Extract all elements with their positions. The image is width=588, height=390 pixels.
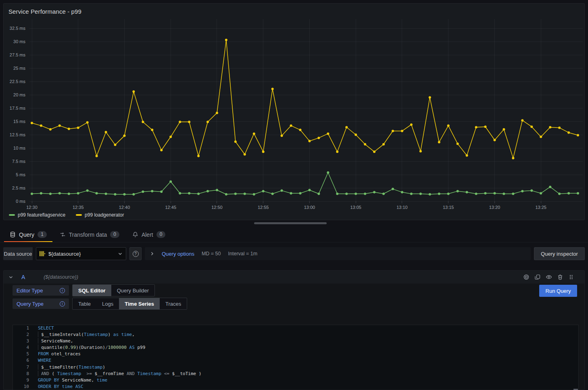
legend-swatch-yellow: [76, 214, 82, 216]
interval-value: Interval = 1m: [228, 251, 258, 257]
x-tick-label: 12:35: [66, 205, 90, 210]
indent-guide: [38, 371, 41, 376]
indent-guide: [38, 332, 41, 337]
x-tick-label: 12:50: [205, 205, 229, 210]
grip-dots-icon: [568, 274, 574, 280]
tab-badge: 0: [156, 231, 166, 238]
delete-query-button[interactable]: [557, 274, 563, 280]
tab-transform-data[interactable]: Transform data 0: [53, 227, 126, 242]
editor-type-query-builder[interactable]: Query Builder: [111, 285, 154, 296]
tab-label: Alert: [142, 231, 153, 238]
sql-line: 1SELECT: [13, 325, 578, 332]
x-tick-label: 12:55: [251, 205, 275, 210]
chart-legend: p99 featureflagservice p99 loadgenerator: [9, 212, 124, 218]
y-tick-label: 0 ms: [4, 199, 25, 204]
tab-badge: 1: [38, 231, 47, 238]
sql-line: 9GROUP BY ServiceName, time: [13, 377, 578, 384]
eye-icon: [546, 274, 552, 280]
drag-handle[interactable]: [568, 274, 574, 280]
datasource-value: ${datasource}: [48, 251, 115, 257]
info-icon[interactable]: i: [60, 301, 65, 307]
tab-query[interactable]: Query 1: [3, 227, 53, 242]
chevron-down-icon: [118, 251, 123, 256]
timeseries-panel: Service Performance - p99 0 ms2.5 ms5 ms…: [3, 3, 585, 220]
query-row-header[interactable]: A (${datasource}): [4, 271, 584, 284]
query-type-traces[interactable]: Traces: [160, 298, 187, 309]
line-number: 2: [13, 332, 29, 338]
query-type-table[interactable]: Table: [73, 298, 96, 309]
datasource-help-button[interactable]: ?: [129, 247, 142, 260]
query-type-label: Query Type: [17, 301, 44, 307]
query-options-bar: Query options MD = 50 Interval = 1m: [145, 247, 531, 260]
y-tick-label: 2.5 ms: [4, 186, 25, 190]
line-number: 7: [13, 364, 29, 371]
help-icon: ?: [133, 251, 139, 257]
y-tick-label: 7.5 ms: [4, 159, 25, 164]
x-tick-label: 12:45: [158, 205, 183, 210]
sql-line: 4quantile(0.99)(Duration)/1000000 AS p99: [13, 344, 578, 351]
query-toolbar: Data source ${datasource} ? Query option…: [3, 247, 585, 260]
sql-line: 6WHERE: [13, 357, 578, 364]
query-editor-body: Editor Type i SQL Editor Query Builder R…: [4, 284, 584, 390]
y-tick-label: 25 ms: [4, 66, 25, 71]
line-number: 9: [13, 377, 29, 384]
editor-type-label: Editor Type: [17, 288, 43, 294]
editor-type-labelbox: Editor Type i: [13, 285, 69, 296]
legend-item-loadgenerator[interactable]: p99 loadgenerator: [76, 212, 124, 218]
line-number: 8: [13, 371, 29, 377]
y-tick-label: 12.5 ms: [4, 132, 25, 137]
y-tick-label: 27.5 ms: [4, 52, 25, 57]
y-tick-label: 22.5 ms: [4, 79, 25, 84]
x-tick-label: 13:15: [436, 205, 461, 210]
panel-horizontal-scrollbar[interactable]: [254, 222, 327, 224]
chart-svg: [4, 4, 584, 220]
y-tick-label: 30 ms: [4, 39, 25, 44]
trash-icon: [557, 274, 563, 280]
sql-line: 8AND ( Timestamp >= $__fromTime AND Time…: [13, 371, 578, 377]
x-tick-label: 12:40: [112, 205, 136, 210]
y-tick-label: 32.5 ms: [4, 26, 25, 31]
editor-type-sql-editor[interactable]: SQL Editor: [73, 285, 111, 296]
duplicate-query-button[interactable]: [534, 274, 541, 280]
disable-query-button[interactable]: [523, 274, 530, 280]
x-tick-label: 12:30: [20, 205, 44, 210]
query-editor-card: A (${datasource}): [3, 270, 585, 390]
line-number: 4: [13, 344, 29, 351]
clickhouse-logo-icon: [40, 251, 45, 257]
sql-line: 3ServiceName,: [13, 338, 578, 344]
record-circle-icon: [523, 274, 530, 280]
line-number: 3: [13, 338, 29, 344]
x-tick-label: 13:20: [482, 205, 507, 210]
indent-guide: [38, 364, 41, 370]
query-datasource-hint: (${datasource}): [44, 274, 78, 280]
query-inspector-button[interactable]: Query inspector: [534, 247, 585, 260]
run-query-button[interactable]: Run Query: [539, 285, 577, 297]
sql-line: 7$__timeFilter(Timestamp): [13, 364, 578, 371]
hide-query-button[interactable]: [546, 274, 552, 280]
y-tick-label: 10 ms: [4, 146, 25, 150]
info-icon[interactable]: i: [60, 288, 65, 293]
query-type-logs[interactable]: Logs: [96, 298, 119, 309]
sql-line: 5FROM otel_traces: [13, 351, 578, 357]
collapse-chevron-icon[interactable]: [8, 275, 13, 279]
tab-label: Transform data: [69, 231, 107, 238]
chevron-right-icon: [150, 251, 154, 256]
datasource-picker[interactable]: ${datasource}: [36, 247, 126, 260]
tab-label: Query: [19, 231, 34, 238]
legend-item-featureflagservice[interactable]: p99 featureflagservice: [9, 212, 65, 218]
legend-label: p99 featureflagservice: [18, 212, 65, 218]
panel-editor-tabs: Query 1 Transform data 0 Alert 0: [0, 227, 588, 242]
indent-guide: [38, 338, 41, 344]
line-number: 1: [13, 325, 29, 332]
max-data-points-value: MD = 50: [202, 251, 221, 257]
y-tick-label: 15 ms: [4, 119, 25, 124]
query-ref-id: A: [21, 274, 25, 280]
tab-alert[interactable]: Alert 0: [126, 227, 172, 242]
sql-line: 2$__timeInterval(Timestamp) as time,: [13, 332, 578, 338]
query-type-time-series[interactable]: Time Series: [119, 298, 160, 309]
sql-editor[interactable]: 1SELECT2$__timeInterval(Timestamp) as ti…: [13, 325, 579, 390]
query-options-toggle[interactable]: Query options: [162, 251, 194, 257]
line-number: 5: [13, 351, 29, 357]
y-tick-label: 17.5 ms: [4, 106, 25, 111]
x-tick-label: 13:05: [344, 205, 368, 210]
